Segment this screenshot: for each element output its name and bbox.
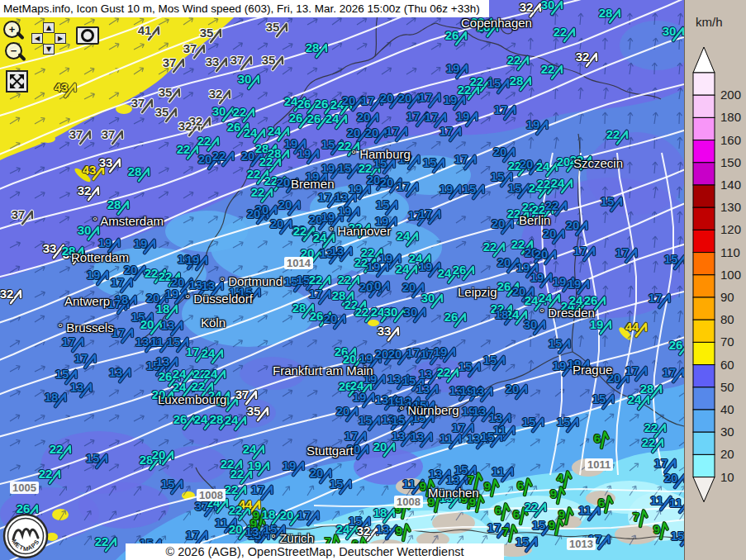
wind-value: 17 — [186, 529, 200, 541]
legend-segment — [693, 275, 715, 297]
wind-value: 20 — [367, 173, 381, 186]
city-label: Rotterdam — [71, 251, 129, 263]
wind-value: 22 — [644, 421, 658, 434]
minus-glyph: − — [11, 45, 17, 56]
wind-value: 11 — [215, 516, 228, 529]
title-bar: MetMaps.info, Icon Gust 10 m, Mos Wind s… — [0, 0, 489, 17]
wind-value: 20 — [198, 153, 212, 165]
wind-value: 11 — [493, 424, 506, 436]
wind-value: 19 — [186, 254, 200, 266]
pressure-label: 1014 — [284, 257, 313, 269]
city-label: Leipzig — [458, 286, 497, 298]
wind-value: 24 — [536, 160, 550, 173]
wind-value: 26 — [453, 263, 467, 276]
wind-value: 30 — [541, 0, 555, 11]
wind-value: 20 — [520, 158, 534, 170]
snapshot-button[interactable] — [76, 26, 99, 45]
legend-tick: 50 — [720, 380, 734, 394]
wind-value: 15 — [664, 253, 678, 265]
wind-value: 13 — [70, 381, 84, 393]
legend-segment — [693, 387, 715, 410]
wind-value: 17 — [111, 276, 125, 288]
wind-value: 22 — [229, 504, 243, 516]
legend-segment — [693, 163, 715, 185]
weather-map[interactable]: 4135353737333735353735323232373743433332… — [0, 0, 684, 560]
wind-value: 24 — [628, 393, 642, 406]
wind-value: 33 — [378, 325, 392, 337]
arrow-right-icon: ▶ — [58, 36, 63, 42]
legend-segment — [693, 297, 715, 320]
wind-value: 20 — [664, 472, 678, 484]
wind-value: 17 — [406, 110, 421, 122]
wind-value: 9 — [420, 480, 426, 492]
zoom-in-button[interactable]: + — [3, 21, 26, 44]
wind-value: 15 — [483, 354, 497, 366]
wind-value: 26 — [227, 121, 241, 133]
camera-icon — [81, 29, 94, 42]
wind-value: 17 — [615, 246, 630, 259]
wind-value: 20 — [347, 126, 361, 139]
wind-value: 15 — [402, 374, 416, 387]
wind-value: 17 — [654, 457, 668, 469]
wind-value: 26 — [584, 294, 598, 306]
wind-value: 6 — [495, 504, 501, 516]
wind-value: 19 — [284, 137, 298, 149]
wind-value: 19 — [283, 459, 297, 472]
pressure-label: 1008 — [197, 489, 226, 501]
metmaps-logo-icon: METMAPS — [2, 512, 50, 560]
wind-value: 19 — [440, 183, 454, 195]
legend-segment — [693, 454, 715, 477]
wind-value: 11 — [402, 477, 416, 490]
wind-value: 13 — [467, 432, 481, 444]
wind-value: 43 — [55, 81, 69, 93]
wind-value: 20 — [229, 523, 243, 535]
wind-value: 19 — [379, 252, 393, 264]
wind-value: 24 — [539, 292, 553, 304]
wind-value: 7 — [468, 473, 474, 486]
wind-value: 15 — [508, 182, 522, 194]
pan-left-button[interactable]: ◀ — [31, 33, 43, 44]
legend-segment — [693, 117, 715, 140]
wind-value: 19 — [553, 359, 567, 372]
wind-value: 20 — [152, 448, 166, 461]
legend-tick: 30 — [720, 425, 734, 439]
wind-value: 20 — [373, 440, 387, 453]
city-label: Frankfurt am Main — [273, 364, 373, 377]
city-label: Bremen — [291, 178, 335, 190]
wind-value: 20 — [310, 467, 324, 479]
wind-value: 20 — [359, 281, 373, 293]
pan-up-button[interactable]: ▲ — [43, 22, 55, 33]
zoom-out-button[interactable]: − — [5, 42, 28, 65]
wind-value: 24 — [525, 294, 539, 306]
wind-value: 6 — [594, 432, 601, 444]
wind-value: 24 — [244, 126, 258, 139]
wind-value: 22 — [39, 467, 53, 480]
city-label: ° Brussels — [58, 321, 114, 334]
wind-value: 28 — [292, 301, 306, 314]
wind-value: 15 — [481, 430, 495, 443]
legend-tick: 70 — [720, 335, 734, 349]
wind-value: 15 — [376, 198, 390, 211]
wind-value: 32 — [78, 184, 92, 197]
wind-value: 19 — [444, 93, 458, 106]
wind-value: 13 — [489, 411, 503, 424]
plus-glyph: + — [9, 24, 16, 35]
legend-segment — [693, 432, 715, 454]
wind-value: 18 — [156, 302, 170, 315]
wind-value: 22 — [554, 26, 568, 38]
wind-value: 13 — [335, 191, 349, 203]
wind-value: 17 — [454, 153, 468, 165]
fullscreen-button[interactable] — [6, 70, 28, 93]
pan-right-button[interactable]: ▶ — [55, 33, 66, 44]
wind-value: 9 — [396, 524, 402, 537]
wind-value: 22 — [212, 149, 226, 162]
wind-value: 30 — [238, 73, 252, 85]
wind-value: 17 — [419, 91, 433, 103]
pan-down-button[interactable]: ▼ — [43, 44, 55, 55]
wind-value: 19 — [338, 205, 352, 217]
wind-value: 17 — [419, 207, 433, 220]
wind-value: 20 — [124, 263, 138, 276]
wind-value: 17 — [440, 125, 454, 137]
wind-value: 20 — [247, 207, 261, 220]
wind-value: 22 — [251, 186, 265, 198]
